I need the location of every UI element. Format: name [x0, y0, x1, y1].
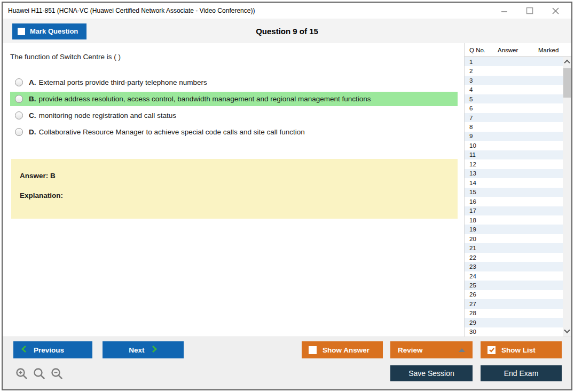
row-number: 16 — [469, 198, 493, 205]
question-list-scrollbar[interactable] — [563, 57, 571, 337]
question-list-panel: Q No. Answer Marked 1 2 — [464, 43, 571, 337]
question-row[interactable]: 12 — [465, 159, 563, 169]
row-number: 27 — [469, 301, 493, 307]
scroll-down-icon[interactable] — [563, 327, 571, 336]
row-number: 8 — [469, 124, 493, 130]
question-row[interactable]: 19 — [465, 225, 563, 234]
column-marked: Marked — [538, 47, 571, 53]
question-row[interactable]: 5 — [465, 94, 563, 103]
option-letter: C. — [29, 111, 36, 119]
answer-option[interactable]: B. provide address resolution, access co… — [10, 92, 458, 106]
question-row[interactable]: 20 — [465, 234, 563, 243]
question-row[interactable]: 17 — [465, 206, 563, 215]
zoom-out-icon[interactable] — [51, 367, 64, 380]
row-number: 13 — [469, 170, 493, 177]
radio-button-icon[interactable] — [15, 111, 23, 119]
answer-option[interactable]: A. External ports provide third-party te… — [10, 75, 458, 90]
row-number: 18 — [469, 217, 493, 223]
zoom-in-icon[interactable] — [15, 367, 28, 380]
column-qno: Q No. — [469, 47, 498, 53]
question-row[interactable]: 1 — [465, 57, 563, 66]
show-answer-checkbox[interactable] — [309, 346, 317, 354]
previous-button[interactable]: Previous — [13, 341, 92, 358]
app-window: Huawei H11-851 (HCNA-VC (Huawei Certifie… — [2, 2, 572, 390]
question-row[interactable]: 7 — [465, 113, 563, 122]
row-number: 24 — [469, 273, 493, 279]
row-number: 4 — [469, 86, 493, 93]
row-number: 10 — [469, 142, 493, 149]
question-row[interactable]: 25 — [465, 281, 563, 290]
chevron-left-icon — [21, 345, 27, 355]
question-row[interactable]: 15 — [465, 188, 563, 197]
scroll-up-icon[interactable] — [563, 58, 571, 66]
row-number: 25 — [469, 282, 493, 289]
row-number: 17 — [469, 207, 493, 214]
next-label: Next — [129, 346, 144, 354]
question-row[interactable]: 8 — [465, 122, 563, 131]
question-counter: Question 9 of 15 — [3, 27, 571, 36]
radio-button-icon[interactable] — [15, 95, 23, 103]
answer-label: Answer: B — [20, 172, 449, 180]
question-row[interactable]: 11 — [465, 150, 563, 159]
maximize-icon[interactable] — [525, 6, 534, 15]
question-row[interactable]: 3 — [465, 76, 563, 85]
question-row[interactable]: 2 — [465, 66, 563, 75]
save-session-label: Save Session — [408, 369, 454, 378]
show-answer-button[interactable]: Show Answer — [302, 341, 383, 358]
question-list-body: 1 2 3 — [465, 57, 571, 337]
review-label: Review — [398, 346, 423, 354]
question-row[interactable]: 16 — [465, 197, 563, 206]
save-session-button[interactable]: Save Session — [390, 365, 473, 381]
row-number: 11 — [469, 151, 493, 158]
option-letter: B. — [29, 95, 36, 103]
question-text: The function of Switch Centre is ( ) — [10, 53, 464, 61]
minimize-icon[interactable] — [500, 6, 508, 15]
main-area: The function of Switch Centre is ( ) A. … — [3, 43, 571, 337]
question-row[interactable]: 27 — [465, 299, 563, 308]
answer-option[interactable]: C. monitoring node registration and call… — [10, 108, 458, 123]
title-bar: Huawei H11-851 (HCNA-VC (Huawei Certifie… — [3, 3, 571, 19]
window-title: Huawei H11-851 (HCNA-VC (Huawei Certifie… — [8, 7, 255, 14]
question-row[interactable]: 23 — [465, 262, 563, 271]
mark-question-button[interactable]: Mark Question — [12, 23, 87, 39]
question-row[interactable]: 10 — [465, 141, 563, 150]
radio-button-icon[interactable] — [15, 128, 23, 136]
row-number: 15 — [469, 189, 493, 195]
question-row[interactable]: 14 — [465, 178, 563, 187]
question-row[interactable]: 29 — [465, 318, 563, 327]
window-controls — [500, 3, 560, 19]
show-list-button[interactable]: Show List — [481, 341, 562, 358]
caret-up-icon — [459, 348, 465, 352]
question-row[interactable]: 24 — [465, 271, 563, 281]
next-button[interactable]: Next — [103, 341, 184, 358]
question-row[interactable]: 6 — [465, 103, 563, 113]
answer-explanation-box: Answer: B Explanation: — [11, 159, 458, 219]
question-row[interactable]: 26 — [465, 290, 563, 299]
row-number: 6 — [469, 105, 493, 111]
question-row[interactable]: 30 — [465, 327, 563, 337]
question-row[interactable]: 9 — [465, 132, 563, 141]
end-exam-button[interactable]: End Exam — [481, 365, 562, 381]
scrollbar-thumb[interactable] — [563, 68, 571, 98]
row-number: 21 — [469, 245, 493, 251]
question-rows: 1 2 3 — [465, 57, 563, 337]
zoom-toolbar — [15, 367, 64, 380]
question-list-header: Q No. Answer Marked — [465, 43, 571, 57]
question-row[interactable]: 4 — [465, 85, 563, 94]
close-icon[interactable] — [551, 6, 560, 15]
question-row[interactable]: 21 — [465, 243, 563, 252]
mark-question-checkbox[interactable] — [18, 28, 25, 35]
question-row[interactable]: 13 — [465, 169, 563, 178]
row-number: 22 — [469, 254, 493, 261]
show-list-checkbox-checked[interactable] — [487, 346, 496, 354]
explanation-label: Explanation: — [20, 191, 449, 199]
radio-button-icon[interactable] — [15, 78, 23, 86]
row-number: 2 — [469, 68, 493, 74]
zoom-reset-icon[interactable] — [33, 367, 46, 380]
question-row[interactable]: 18 — [465, 215, 563, 225]
question-row[interactable]: 22 — [465, 253, 563, 262]
answer-option[interactable]: D. Collaborative Resource Manager to ach… — [10, 125, 458, 139]
question-row[interactable]: 28 — [465, 309, 563, 318]
options-list: A. External ports provide third-party te… — [10, 75, 464, 139]
review-button[interactable]: Review — [390, 341, 473, 358]
